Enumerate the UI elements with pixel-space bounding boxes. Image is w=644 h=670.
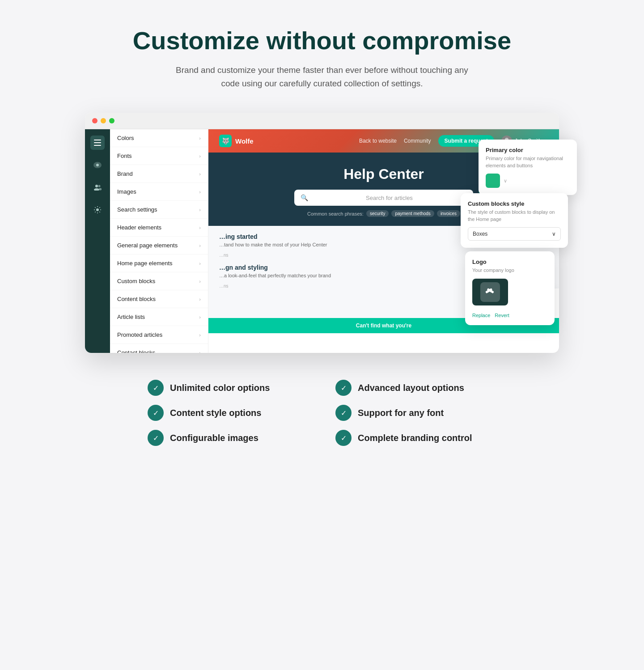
check-icon-2: ✓	[335, 380, 352, 396]
logo-actions: Replace Revert	[472, 313, 547, 318]
page-title: Customize without compromise	[85, 27, 559, 55]
features-grid: ✓ Unlimited color options ✓ Advanced lay…	[148, 380, 496, 446]
dot-red	[92, 118, 97, 123]
search-tag-security[interactable]: security	[366, 210, 389, 217]
settings-item-contact[interactable]: Contact blocks ›	[110, 344, 208, 353]
color-swatch[interactable]	[486, 174, 500, 188]
search-placeholder: Search for articles	[312, 195, 467, 201]
card-logo: Logo Your company logo Replace Revert	[465, 251, 555, 325]
svg-point-9	[96, 208, 99, 211]
settings-item-header[interactable]: Header elements ›	[110, 219, 208, 237]
settings-item-general[interactable]: General page elements ›	[110, 237, 208, 254]
logo-preview-area	[472, 279, 547, 309]
chevron-icon: ›	[199, 225, 201, 230]
search-icon: 🔍	[301, 194, 308, 201]
check-icon-1: ✓	[148, 380, 164, 396]
logo-icon	[480, 282, 500, 302]
dot-green	[109, 118, 114, 123]
svg-rect-2	[94, 145, 101, 146]
settings-item-article-lists[interactable]: Article lists ›	[110, 308, 208, 326]
hc-search-bar[interactable]: 🔍 Search for articles	[294, 190, 473, 206]
search-tag-invoices[interactable]: invoices	[437, 210, 460, 217]
sidebar-icons	[85, 129, 110, 353]
chevron-icon: ›	[199, 279, 201, 284]
chevron-icon: ›	[199, 243, 201, 248]
check-icon-4: ✓	[335, 405, 352, 421]
settings-item-images[interactable]: Images ›	[110, 183, 208, 201]
chevron-icon: ›	[199, 261, 201, 266]
blocks-style-select[interactable]: Boxes ∨	[468, 227, 561, 241]
settings-panel: Colors › Fonts › Brand › Images › Search…	[110, 129, 208, 353]
settings-item-colors[interactable]: Colors ›	[110, 129, 208, 147]
settings-item-search[interactable]: Search settings ›	[110, 201, 208, 219]
browser-mockup: Colors › Fonts › Brand › Images › Search…	[85, 113, 559, 353]
chevron-icon: ›	[199, 332, 201, 338]
hc-logo-icon: 🐺	[219, 135, 232, 147]
logo-preview	[472, 279, 508, 305]
svg-point-5	[95, 185, 98, 187]
sidebar-icon-users[interactable]	[90, 180, 105, 195]
svg-point-7	[98, 185, 101, 187]
feature-item-4: ✓ Support for any font	[335, 405, 496, 421]
chevron-icon: ›	[199, 136, 201, 141]
settings-item-fonts[interactable]: Fonts ›	[110, 147, 208, 165]
settings-item-promoted[interactable]: Promoted articles ›	[110, 326, 208, 344]
feature-item-6: ✓ Complete branding control	[335, 430, 496, 446]
back-to-website-link[interactable]: Back to website	[359, 138, 397, 144]
feature-item-1: ✓ Unlimited color options	[148, 380, 309, 396]
feature-item-2: ✓ Advanced layout options	[335, 380, 496, 396]
check-icon-3: ✓	[148, 405, 164, 421]
chevron-icon: ›	[199, 189, 201, 195]
chevron-icon: ›	[199, 350, 201, 353]
search-tag-payment[interactable]: payment methods	[391, 210, 434, 217]
sidebar-icon-settings[interactable]	[90, 203, 105, 217]
sidebar-icon-menu[interactable]	[90, 136, 105, 150]
chevron-icon: ›	[199, 314, 201, 320]
svg-rect-0	[94, 140, 101, 140]
chevron-down-icon: ∨	[504, 178, 507, 184]
dot-yellow	[101, 118, 106, 123]
settings-item-content-blocks[interactable]: Content blocks ›	[110, 290, 208, 308]
chevron-icon: ›	[199, 171, 201, 177]
hc-logo: 🐺 Wolfe	[219, 135, 254, 147]
settings-item-brand[interactable]: Brand ›	[110, 165, 208, 183]
card-blocks-style: Custom blocks style The style of custom …	[461, 193, 568, 248]
page-container: Customize without compromise Brand and c…	[85, 27, 559, 446]
check-icon-6: ✓	[335, 430, 352, 446]
color-swatch-row: ∨	[486, 174, 570, 188]
sidebar-icon-eye[interactable]	[90, 158, 105, 172]
svg-point-4	[96, 164, 99, 166]
community-link[interactable]: Community	[404, 138, 431, 144]
chevron-icon: ›	[199, 207, 201, 212]
page-subtitle: Brand and customize your theme faster th…	[170, 64, 474, 91]
feature-item-5: ✓ Configurable images	[148, 430, 309, 446]
svg-rect-1	[94, 142, 101, 143]
card-primary-color: Primary color Primary color for major na…	[479, 140, 577, 195]
logo-replace-button[interactable]: Replace	[472, 313, 490, 318]
settings-item-custom-blocks[interactable]: Custom blocks ›	[110, 272, 208, 290]
logo-revert-button[interactable]: Revert	[495, 313, 509, 318]
settings-item-homepage[interactable]: Home page elements ›	[110, 254, 208, 272]
check-icon-5: ✓	[148, 430, 164, 446]
chevron-down-icon: ∨	[552, 231, 556, 237]
feature-item-3: ✓ Content style options	[148, 405, 309, 421]
chevron-icon: ›	[199, 153, 201, 159]
chevron-icon: ›	[199, 297, 201, 302]
svg-point-6	[94, 188, 99, 191]
browser-titlebar	[85, 113, 559, 129]
